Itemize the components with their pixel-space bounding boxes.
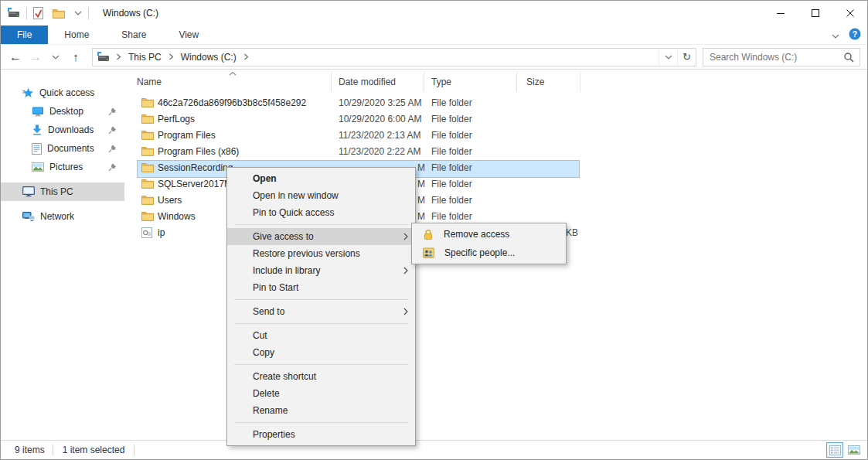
- sidebar-item-desktop[interactable]: Desktop: [1, 102, 124, 121]
- sidebar-item-label: This PC: [40, 186, 73, 197]
- tab-view[interactable]: View: [162, 26, 215, 44]
- context-menu-item-open-in-new-window[interactable]: Open in new window: [227, 187, 415, 204]
- file-row[interactable]: PerfLogs10/29/2020 6:00 AMFile folder: [124, 111, 867, 128]
- status-separator: [134, 445, 134, 455]
- context-menu-item-restore-previous-versions[interactable]: Restore previous versions: [227, 245, 415, 262]
- sidebar-item-this-pc[interactable]: This PC: [1, 182, 124, 201]
- context-menu-item-create-shortcut[interactable]: Create shortcut: [227, 368, 415, 385]
- breadcrumb-item[interactable]: Windows (C:): [175, 52, 242, 63]
- minimize-button[interactable]: [763, 1, 798, 26]
- svg-text:?: ?: [853, 29, 857, 39]
- back-button[interactable]: ←: [5, 47, 26, 67]
- folder-icon: [141, 130, 154, 140]
- submenu-item-label: Specific people...: [444, 247, 515, 258]
- address-controls: ↻: [659, 49, 696, 66]
- help-button[interactable]: ?: [849, 28, 861, 43]
- toolbar-separator: [88, 7, 89, 19]
- context-menu-item-include-in-library[interactable]: Include in library: [227, 262, 415, 279]
- chevron-right-icon[interactable]: [242, 53, 250, 60]
- file-row[interactable]: Program Files11/23/2020 2:13 AMFile fold…: [124, 128, 867, 144]
- context-menu-item-rename[interactable]: Rename: [227, 402, 415, 419]
- column-header-type[interactable]: Type: [424, 72, 517, 91]
- quick-access-toolbar: [33, 7, 82, 19]
- address-bar[interactable]: This PCWindows (C:) ↻: [92, 48, 696, 66]
- forward-button[interactable]: →: [26, 47, 46, 67]
- context-menu-item-properties[interactable]: Properties: [227, 426, 415, 443]
- folder-icon: [141, 179, 154, 189]
- file-row[interactable]: Program Files (x86)11/23/2020 2:22 AMFil…: [124, 144, 867, 160]
- downloads-icon: [32, 124, 43, 135]
- file-name: Program Files: [158, 130, 216, 141]
- thumbnails-view-button[interactable]: [846, 442, 863, 458]
- chevron-right-icon[interactable]: [167, 53, 175, 60]
- title-bar: Windows (C:): [1, 1, 867, 26]
- details-view-button[interactable]: [826, 442, 843, 458]
- submenu-item-remove-access[interactable]: Remove access: [412, 225, 566, 244]
- chevron-down-icon[interactable]: [74, 11, 82, 15]
- context-menu-item-give-access-to[interactable]: Give access to: [227, 228, 415, 245]
- pin-icon: [108, 126, 117, 137]
- file-row[interactable]: 46c2a726da869f96b3b8c5f458e29210/29/2020…: [124, 95, 867, 111]
- folder-icon: [141, 114, 154, 124]
- this-pc-icon: [22, 186, 35, 197]
- ribbon-right-controls: ?: [832, 26, 861, 45]
- ribbon-tabs: FileHomeShareView: [1, 26, 867, 45]
- search-input[interactable]: [703, 52, 843, 63]
- file-date-modified: 10/29/2020 3:25 AM: [339, 97, 425, 108]
- file-type: File folder: [431, 97, 516, 108]
- ribbon-collapse-button[interactable]: [832, 30, 839, 41]
- column-headers: NameDate modifiedTypeSize: [124, 72, 867, 91]
- maximize-button[interactable]: [798, 1, 832, 26]
- maximize-icon: [812, 9, 819, 17]
- recent-locations-button[interactable]: [46, 47, 66, 67]
- folder-icon: [141, 195, 154, 205]
- tab-home[interactable]: Home: [48, 26, 105, 44]
- context-menu-item-delete[interactable]: Delete: [227, 385, 415, 402]
- sidebar-item-network[interactable]: Network: [1, 207, 124, 226]
- sidebar-item-pictures[interactable]: Pictures: [1, 158, 124, 176]
- close-icon: [846, 9, 854, 17]
- view-toggle-buttons: [826, 442, 863, 458]
- sidebar-item-documents[interactable]: Documents: [1, 139, 124, 158]
- context-menu-item-cut[interactable]: Cut: [227, 327, 415, 344]
- context-menu-item-pin-to-start[interactable]: Pin to Start: [227, 279, 415, 296]
- sidebar-item-downloads[interactable]: Downloads: [1, 121, 124, 139]
- minimize-icon: [777, 9, 785, 17]
- close-button[interactable]: [832, 1, 867, 26]
- up-button[interactable]: ↑: [66, 47, 86, 67]
- column-header-name[interactable]: Name: [124, 72, 332, 91]
- context-menu-item-copy[interactable]: Copy: [227, 344, 415, 361]
- documents-icon: [32, 143, 42, 155]
- context-menu-item-send-to[interactable]: Send to: [227, 303, 415, 320]
- pin-icon: [108, 145, 117, 155]
- search-icon[interactable]: [843, 52, 854, 63]
- properties-check-icon[interactable]: [33, 7, 43, 19]
- submenu-item-label: Remove access: [444, 229, 509, 240]
- submenu-item-specific-people-[interactable]: Specific people...: [412, 244, 566, 262]
- file-name: SQLServer2017Me: [158, 179, 237, 189]
- column-header-date-modified[interactable]: Date modified: [332, 72, 424, 91]
- file-date-modified: 11/23/2020 2:22 AM: [339, 146, 425, 157]
- submenu-arrow-icon: [403, 233, 408, 240]
- tab-share[interactable]: Share: [105, 26, 162, 44]
- search-box[interactable]: [703, 48, 860, 66]
- sidebar-item-quick-access[interactable]: Quick access: [1, 83, 124, 102]
- refresh-button[interactable]: ↻: [677, 49, 696, 66]
- file-type: File folder: [431, 211, 516, 222]
- file-type: File folder: [431, 195, 516, 206]
- new-folder-icon[interactable]: [53, 9, 65, 19]
- context-menu-item-open[interactable]: Open: [227, 170, 415, 187]
- network-icon: [22, 212, 35, 222]
- toolbar-separator: [26, 7, 27, 19]
- column-header-size[interactable]: Size: [517, 72, 580, 91]
- drive-icon: [97, 52, 110, 63]
- context-menu-item-pin-to-quick-access[interactable]: Pin to Quick access: [227, 204, 415, 221]
- tab-file[interactable]: File: [1, 26, 48, 44]
- chevron-down-icon: [832, 34, 839, 39]
- status-bar: 9 items 1 item selected: [1, 440, 867, 459]
- drive-icon: [8, 8, 20, 19]
- gear-file-icon: [141, 227, 152, 238]
- address-dropdown-button[interactable]: [659, 49, 677, 66]
- breadcrumb-item[interactable]: This PC: [123, 52, 167, 63]
- people-icon: [423, 247, 434, 258]
